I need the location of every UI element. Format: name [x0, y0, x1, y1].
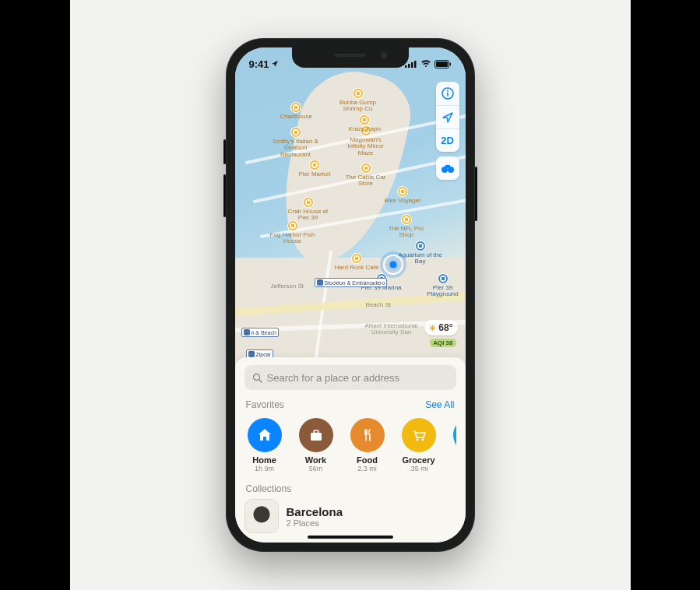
- collection-item[interactable]: Barcelona 2 Places: [244, 499, 456, 533]
- poi-icon: [359, 114, 370, 125]
- poi-label: Alliant International University San: [364, 323, 419, 336]
- poi-marker[interactable]: Alliant International University San: [364, 323, 419, 336]
- info-button[interactable]: [436, 82, 459, 105]
- svg-rect-0: [405, 65, 407, 68]
- favorite-peek[interactable]: [450, 418, 456, 472]
- poi-label: Pier 39 Playground: [420, 285, 466, 298]
- transit-icon: ⬚: [248, 351, 255, 357]
- street-label: Jefferson St: [271, 283, 304, 290]
- poi-icon: [438, 273, 448, 284]
- poi-marker[interactable]: Crab House at Pier 39: [285, 197, 332, 222]
- poi-label: Bubba Gump Shrimp Co: [335, 100, 382, 113]
- favorite-name: Work: [305, 455, 326, 465]
- svg-rect-5: [436, 61, 448, 67]
- map-controls: 2D: [436, 82, 459, 180]
- map-canvas[interactable]: CharthouseBubba Gump Shrimp CoSmitty's I…: [235, 47, 466, 367]
- poi-marker[interactable]: The NFL Pro Shop: [383, 214, 430, 239]
- poi-marker[interactable]: Pier Market: [299, 160, 331, 177]
- transit-badge[interactable]: ⬚Stockton & Embarcadero: [315, 278, 388, 287]
- poi-icon: [351, 253, 362, 264]
- transit-label: Stockton & Embarcadero: [325, 280, 385, 286]
- svg-rect-15: [311, 433, 322, 441]
- poi-icon: [415, 241, 426, 251]
- collections-header: Collections: [246, 483, 455, 494]
- svg-rect-9: [447, 93, 448, 97]
- poi-icon: [303, 197, 314, 208]
- poi-label: The Cable Car Store: [343, 174, 389, 188]
- svg-rect-2: [411, 62, 413, 68]
- favorite-name: Grocery: [402, 455, 434, 465]
- favorite-sub: 1h 9m: [255, 465, 274, 472]
- phone-frame: 9:41 CharthouseBubba Gump Shrimp CoSmitt…: [226, 38, 475, 552]
- poi-icon: [309, 160, 320, 170]
- collection-name: Barcelona: [287, 505, 343, 518]
- lookaround-button[interactable]: [436, 156, 459, 180]
- wifi-icon: [420, 60, 431, 68]
- favorites-row[interactable]: Home1h 9mWork56mFood2.3 miGrocery.35 mi: [244, 416, 456, 477]
- poi-marker[interactable]: Bike Voyager: [385, 186, 421, 204]
- see-all-button[interactable]: See All: [425, 399, 454, 410]
- poi-icon: [287, 220, 298, 231]
- collection-sub: 2 Places: [287, 518, 343, 528]
- favorite-food[interactable]: Food2.3 mi: [347, 418, 388, 472]
- screen: 9:41 CharthouseBubba Gump Shrimp CoSmitt…: [235, 47, 466, 543]
- poi-marker[interactable]: Aquarium of the Bay: [397, 241, 444, 265]
- poi-label: Fog Harbor Fish House: [269, 232, 316, 245]
- svg-rect-12: [445, 165, 450, 168]
- favorite-name: Home: [252, 455, 276, 465]
- binoculars-icon: [441, 163, 455, 174]
- favorites-header: Favorites See All: [246, 399, 455, 410]
- location-icon: [441, 111, 454, 124]
- status-time: 9:41: [249, 58, 269, 70]
- svg-rect-1: [408, 64, 410, 68]
- 2d-button[interactable]: 2D: [436, 128, 459, 152]
- aqi-badge[interactable]: AQI 38: [430, 339, 456, 347]
- fork-icon: [350, 418, 385, 452]
- poi-label: The NFL Pro Shop: [383, 226, 430, 239]
- transit-label: n & Beach: [252, 330, 276, 335]
- stage: 9:41 CharthouseBubba Gump Shrimp CoSmitt…: [70, 0, 631, 590]
- collection-thumbnail: [244, 499, 279, 533]
- home-indicator[interactable]: [308, 536, 393, 539]
- location-arrow-icon: [271, 60, 279, 68]
- favorite-work[interactable]: Work56m: [296, 418, 336, 472]
- search-field[interactable]: Search for a place or address: [244, 365, 456, 390]
- poi-label: Bike Voyager: [385, 198, 421, 204]
- street-label: Beach St: [366, 301, 391, 308]
- locate-button[interactable]: [436, 105, 459, 128]
- favorite-sub: .35 mi: [409, 465, 428, 472]
- poi-label: Smitty's Italian & Seafood Restaurant: [273, 139, 319, 158]
- svg-point-8: [447, 90, 448, 92]
- poi-label: Pier Market: [299, 171, 331, 177]
- poi-label: Aquarium of the Bay: [397, 252, 444, 265]
- poi-marker[interactable]: Pier 39 Playground: [420, 273, 466, 298]
- svg-line-14: [259, 379, 262, 382]
- bottom-sheet[interactable]: Search for a place or address Favorites …: [235, 357, 466, 543]
- poi-label: Hard Rock Cafe: [335, 265, 379, 271]
- favorite-grocery[interactable]: Grocery.35 mi: [399, 418, 439, 472]
- transit-label: Zipcar: [256, 352, 271, 357]
- poi-marker[interactable]: Fog Harbor Fish House: [269, 220, 316, 245]
- weather-badge[interactable]: ☀ 68°: [424, 320, 457, 335]
- transit-badge[interactable]: ⬚n & Beach: [241, 328, 279, 337]
- home-icon: [248, 418, 282, 452]
- poi-marker[interactable]: Hard Rock Cafe: [335, 253, 379, 271]
- poi-label: Magowan's Infinity Mirror Maze: [343, 137, 389, 156]
- favorite-sub: 2.3 mi: [357, 465, 377, 472]
- poi-marker[interactable]: Charthouse: [280, 102, 312, 120]
- transit-icon: ⬚: [317, 279, 323, 286]
- search-icon: [252, 373, 262, 383]
- poi-marker[interactable]: Krazy Kapn: [349, 114, 381, 132]
- poi-icon: [290, 127, 301, 138]
- poi-marker[interactable]: Smitty's Italian & Seafood Restaurant: [273, 127, 319, 158]
- poi-marker[interactable]: Bubba Gump Shrimp Co: [335, 88, 382, 113]
- svg-point-18: [421, 439, 424, 441]
- poi-icon: [290, 102, 301, 113]
- poi-label: Charthouse: [280, 114, 312, 120]
- svg-rect-6: [449, 62, 451, 65]
- favorite-home[interactable]: Home1h 9m: [244, 418, 285, 472]
- poi-marker[interactable]: The Cable Car Store: [343, 163, 389, 188]
- poi-icon: [397, 186, 408, 197]
- transit-icon: ⬚: [244, 329, 250, 335]
- notch: [292, 47, 409, 68]
